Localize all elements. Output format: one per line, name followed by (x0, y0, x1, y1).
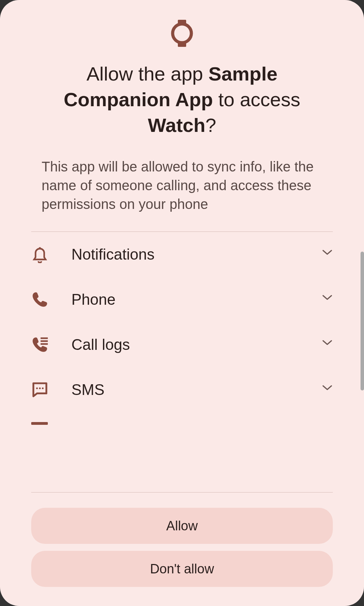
dialog-title: Allow the app Sample Companion App to ac… (0, 61, 364, 138)
chevron-down-icon (322, 384, 333, 395)
button-container: Allow Don't allow (0, 493, 364, 606)
permission-item-sms[interactable]: SMS (31, 367, 333, 412)
permission-label: Call logs (51, 336, 322, 353)
chevron-down-icon (322, 249, 333, 260)
permissions-list: Notifications Phone (0, 232, 364, 492)
permission-item-notifications[interactable]: Notifications (31, 232, 333, 277)
permission-item-call-logs[interactable]: Call logs (31, 322, 333, 367)
svg-point-8 (39, 387, 41, 389)
deny-button[interactable]: Don't allow (31, 551, 333, 587)
permission-label: SMS (51, 381, 322, 398)
permission-item-phone[interactable]: Phone (31, 277, 333, 322)
svg-rect-5 (41, 340, 48, 342)
permission-label: Phone (51, 291, 322, 308)
svg-rect-4 (41, 337, 48, 339)
title-suffix: ? (205, 114, 216, 136)
svg-point-2 (173, 24, 191, 43)
watch-icon (170, 19, 194, 49)
scrollbar[interactable] (361, 252, 364, 390)
list-item-peek (31, 422, 48, 425)
title-prefix: Allow the app (87, 63, 209, 85)
svg-point-7 (36, 387, 38, 389)
title-middle: to access (213, 89, 300, 110)
svg-point-9 (42, 387, 44, 389)
header-icon-container (0, 0, 364, 61)
phone-icon (31, 291, 51, 308)
chevron-down-icon (322, 294, 333, 305)
allow-button[interactable]: Allow (31, 508, 333, 544)
chevron-down-icon (322, 339, 333, 350)
call-log-icon (31, 336, 51, 353)
permission-dialog: Allow the app Sample Companion App to ac… (0, 0, 364, 606)
permission-label: Notifications (51, 246, 322, 263)
bell-icon (31, 246, 51, 263)
dialog-description: This app will be allowed to sync info, l… (0, 157, 364, 213)
sms-icon (31, 381, 51, 398)
title-device: Watch (148, 114, 205, 136)
svg-rect-6 (41, 343, 48, 345)
